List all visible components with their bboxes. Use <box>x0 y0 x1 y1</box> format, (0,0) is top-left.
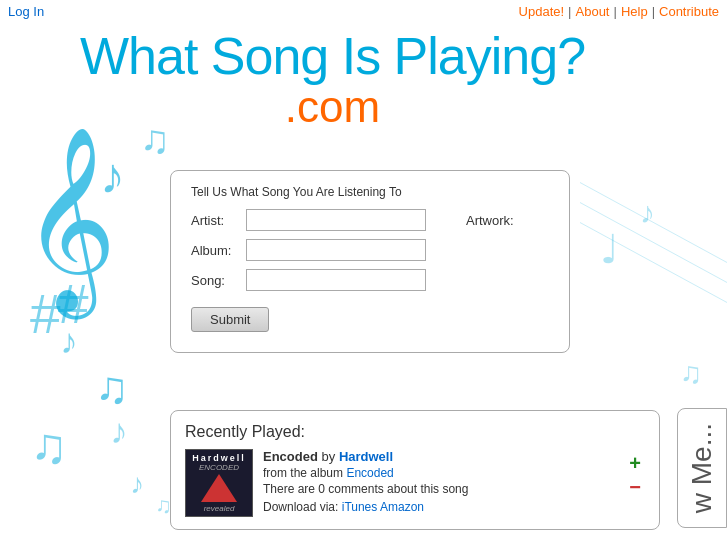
vote-buttons: + − <box>625 453 645 497</box>
artist-label: Artist: <box>191 213 246 228</box>
song-label: Song: <box>191 273 246 288</box>
song-entry: Hardwell ENCODED revealed Encoded by Har… <box>185 449 645 517</box>
svg-text:♫: ♫ <box>95 362 129 413</box>
about-link[interactable]: About <box>576 4 610 19</box>
help-link[interactable]: Help <box>621 4 648 19</box>
downvote-button[interactable]: − <box>625 477 645 497</box>
update-link[interactable]: Update! <box>519 4 565 19</box>
svg-text:♫: ♫ <box>30 418 68 474</box>
svg-line-13 <box>580 223 727 303</box>
sep1: | <box>568 4 571 19</box>
login-link[interactable]: Log In <box>8 4 44 19</box>
svg-text:#: # <box>58 273 89 335</box>
song-input[interactable] <box>246 269 426 291</box>
itunes-link[interactable]: iTunes <box>342 500 378 514</box>
form-title: Tell Us What Song You Are Listening To <box>191 185 549 199</box>
art-logo-bottom: revealed <box>204 504 235 513</box>
svg-text:♫: ♫ <box>680 356 703 389</box>
album-label: Album: <box>191 243 246 258</box>
top-nav: Log In Update! | About | Help | Contribu… <box>0 4 727 19</box>
submit-button[interactable]: Submit <box>191 307 269 332</box>
download-text: Download via: <box>263 500 338 514</box>
svg-text:♪: ♪ <box>60 321 78 360</box>
album-line: from the album Encoded <box>263 466 605 480</box>
artist-input[interactable] <box>246 209 426 231</box>
artist-link[interactable]: Hardwell <box>339 449 393 464</box>
art-logo-top: Hardwell <box>192 453 246 463</box>
svg-line-12 <box>580 203 727 283</box>
sep2: | <box>613 4 616 19</box>
form-box: Tell Us What Song You Are Listening To A… <box>170 170 570 353</box>
recently-title: Recently Played: <box>185 423 645 441</box>
song-info: Encoded by Hardwell from the album Encod… <box>263 449 605 514</box>
svg-text:♪: ♪ <box>100 148 125 204</box>
song-title-link[interactable]: Encoded <box>263 449 318 464</box>
svg-text:#: # <box>30 283 61 345</box>
song-row: Song: <box>191 269 549 291</box>
by-text: by <box>322 449 339 464</box>
logo-title: What Song Is Playing? <box>80 28 585 85</box>
download-line: Download via: iTunes Amazon <box>263 500 605 514</box>
svg-line-11 <box>580 183 727 263</box>
svg-text:♪: ♪ <box>640 196 655 229</box>
album-link[interactable]: Encoded <box>346 466 393 480</box>
comments-line: There are 0 comments about this song <box>263 482 605 496</box>
album-art-inner: Hardwell ENCODED revealed <box>186 450 252 516</box>
svg-text:𝄞: 𝄞 <box>22 129 117 320</box>
recently-box: Recently Played: Hardwell ENCODED reveal… <box>170 410 660 530</box>
logo-com: .com <box>80 85 585 129</box>
from-album-text: from the album <box>263 466 346 480</box>
right-panel-text: w Me... <box>686 423 718 513</box>
logo-area: What Song Is Playing? .com <box>80 28 585 129</box>
contribute-link[interactable]: Contribute <box>659 4 719 19</box>
artist-row: Artist: Artwork: <box>191 209 549 231</box>
song-title-line: Encoded by Hardwell <box>263 449 605 464</box>
nav-right: Update! | About | Help | Contribute <box>519 4 719 19</box>
art-triangle <box>201 474 237 502</box>
art-encoded: ENCODED <box>199 463 239 472</box>
right-panel[interactable]: w Me... <box>677 408 727 528</box>
album-row: Album: <box>191 239 549 261</box>
upvote-button[interactable]: + <box>625 453 645 473</box>
album-art: Hardwell ENCODED revealed <box>185 449 253 517</box>
album-input[interactable] <box>246 239 426 261</box>
svg-text:♪: ♪ <box>130 468 144 499</box>
svg-text:♪: ♪ <box>110 411 128 450</box>
amazon-link[interactable]: Amazon <box>380 500 424 514</box>
sep3: | <box>652 4 655 19</box>
svg-text:♩: ♩ <box>600 227 619 271</box>
artwork-label: Artwork: <box>466 213 514 228</box>
